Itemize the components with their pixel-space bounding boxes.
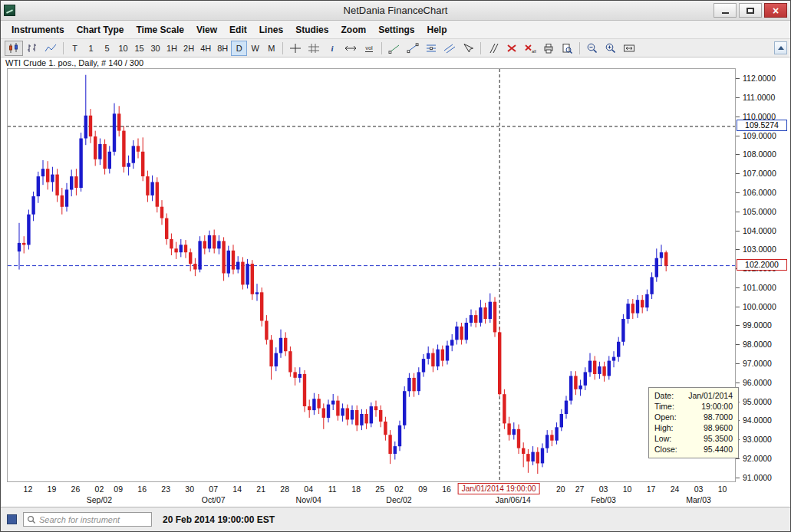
menu-help[interactable]: Help <box>420 22 453 38</box>
y-axis-label: 112.0000 <box>736 74 790 84</box>
delete-object-button[interactable] <box>503 41 521 56</box>
print-button[interactable] <box>539 41 558 56</box>
line-chart-button[interactable] <box>41 41 60 56</box>
timescale-8h-button[interactable]: 8H <box>214 41 231 56</box>
info-button[interactable]: i <box>323 41 341 56</box>
x-axis-week-label: 16 <box>442 484 451 494</box>
timescale-2h-button[interactable]: 2H <box>180 41 197 56</box>
menu-settings[interactable]: Settings <box>372 22 420 38</box>
candlestick-chart[interactable] <box>8 69 735 481</box>
print-preview-button[interactable] <box>558 41 576 56</box>
timescale-10-button[interactable]: 10 <box>115 41 131 56</box>
maximize-button[interactable] <box>739 3 762 18</box>
search-icon <box>27 515 36 524</box>
menu-zoom[interactable]: Zoom <box>335 22 372 38</box>
menubar: InstrumentsChart TypeTime ScaleViewEditL… <box>1 21 790 39</box>
maximize-icon <box>747 8 754 14</box>
timescale-30-button[interactable]: 30 <box>147 41 163 56</box>
svg-text:all: all <box>532 49 536 54</box>
candlestick-chart-button[interactable] <box>5 41 23 56</box>
grid-button[interactable] <box>305 41 323 56</box>
x-axis-week-label: 09 <box>114 484 123 494</box>
horizontal-scale-button[interactable] <box>341 41 360 56</box>
y-axis-label: 109.0000 <box>736 131 790 141</box>
parallel-lines-button[interactable] <box>484 41 503 56</box>
x-axis-week-label: 24 <box>671 484 680 494</box>
y-axis-label: 107.0000 <box>736 169 790 179</box>
delete-all-button[interactable]: all <box>521 41 539 56</box>
menu-time-scale[interactable]: Time Scale <box>130 22 190 38</box>
menu-studies[interactable]: Studies <box>289 22 335 38</box>
timescale-1-button[interactable]: 1 <box>83 41 99 56</box>
minimize-button[interactable] <box>714 3 737 18</box>
timescale-w-button[interactable]: W <box>247 41 263 56</box>
x-axis-week-label: 23 <box>161 484 170 494</box>
x-axis-week-label: 20 <box>556 484 565 494</box>
toolbar-overflow-button[interactable] <box>774 41 787 54</box>
x-axis-week-label: 26 <box>71 484 81 494</box>
timescale-d-button[interactable]: D <box>231 41 247 56</box>
instrument-label: WTI Crude 1. pos., Daily, # 140 / 300 <box>5 58 143 67</box>
close-button[interactable]: × <box>764 3 787 18</box>
pointer-tool-button[interactable] <box>459 41 477 56</box>
y-axis-label: 105.0000 <box>736 207 790 217</box>
crosshair-button[interactable] <box>286 41 305 56</box>
trend-line-button[interactable] <box>404 41 422 56</box>
x-axis-week-label: 04 <box>304 484 313 494</box>
chart-plot-container <box>7 68 736 482</box>
channel-button[interactable] <box>440 41 459 56</box>
volume-button[interactable]: vol <box>360 41 378 56</box>
zoom-in-button[interactable] <box>601 41 620 56</box>
timescale-15-button[interactable]: 15 <box>131 41 147 56</box>
toolbar-separator <box>579 42 580 54</box>
x-axis-week-label: 09 <box>418 484 427 494</box>
trend-icon <box>407 43 419 54</box>
x-axis-week-label: 19 <box>48 484 57 494</box>
info-icon: i <box>326 43 338 54</box>
timescale-m-button[interactable]: M <box>263 41 279 56</box>
menu-view[interactable]: View <box>190 22 223 38</box>
x-axis-month-label: Dec/02 <box>386 495 411 504</box>
ohlc-tooltip: Date:Jan/01/2014Time:19:00:00Open:98.700… <box>648 387 739 458</box>
zoom-fit-button[interactable] <box>620 41 638 56</box>
app-icon <box>4 5 15 16</box>
x-axis-week-label: 25 <box>375 484 384 494</box>
x-axis-month-label: Nov/04 <box>296 495 321 504</box>
x-axis-week-label: 18 <box>351 484 361 494</box>
preview-icon <box>561 43 573 54</box>
fit-icon <box>623 43 635 54</box>
search-input[interactable] <box>39 515 148 524</box>
y-axis-label: 103.0000 <box>736 245 790 255</box>
menu-chart-type[interactable]: Chart Type <box>71 22 130 38</box>
bar-chart-button[interactable] <box>23 41 41 56</box>
timescale-5-button[interactable]: 5 <box>99 41 115 56</box>
bars-icon <box>26 43 38 54</box>
minimize-icon <box>722 12 729 14</box>
tooltip-row: Close:95.4400 <box>649 444 738 455</box>
y-axis-label: 91.0000 <box>736 473 790 483</box>
angleline-icon <box>388 43 400 54</box>
x-axis-week-label: 11 <box>328 484 337 494</box>
crosshair-icon <box>289 43 302 54</box>
y-axis-label: 93.0000 <box>736 435 790 445</box>
x-axis-week-label: 12 <box>24 484 33 494</box>
timescale-4h-button[interactable]: 4H <box>197 41 214 56</box>
fibonacci-button[interactable] <box>422 41 440 56</box>
menu-edit[interactable]: Edit <box>223 22 253 38</box>
last-price-marker: 102.2000 <box>737 259 787 271</box>
x-axis-week-label: 02 <box>394 484 404 494</box>
x-axis-week-label: 14 <box>232 484 242 494</box>
grid-icon <box>308 43 320 54</box>
titlebar[interactable]: NetDania FinanceChart × <box>1 1 790 21</box>
timescale-1h-button[interactable]: 1H <box>163 41 180 56</box>
zoom-out-button[interactable] <box>583 41 601 56</box>
menu-instruments[interactable]: Instruments <box>5 22 71 38</box>
window-title: NetDania FinanceChart <box>1 5 790 16</box>
instrument-search-box[interactable] <box>23 512 152 527</box>
angle-line-button[interactable] <box>385 41 404 56</box>
menu-lines[interactable]: Lines <box>253 22 289 38</box>
connection-status-icon <box>7 514 17 524</box>
timescale-t-button[interactable]: T <box>67 41 83 56</box>
y-axis-label: 95.0000 <box>736 397 790 407</box>
y-axis-label: 92.0000 <box>736 454 790 464</box>
